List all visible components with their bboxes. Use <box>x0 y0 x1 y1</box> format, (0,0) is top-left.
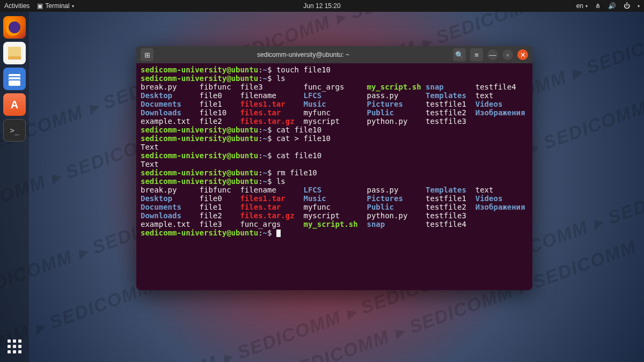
dock-files[interactable] <box>3 42 26 64</box>
new-tab-button[interactable]: ⊞ <box>141 48 153 61</box>
terminal-window: ⊞ sedicomm-university@ubuntu: ~ 🔍 ≡ — ▫ … <box>136 46 532 290</box>
chevron-down-icon: ▾ <box>638 4 640 9</box>
input-language-label: en <box>576 2 583 10</box>
search-button[interactable]: 🔍 <box>453 48 466 61</box>
volume-icon[interactable]: 🔊 <box>608 2 616 10</box>
chevron-down-icon: ▾ <box>72 4 74 9</box>
app-menu-icon: ▣ <box>37 2 43 10</box>
power-icon[interactable]: ⏻ <box>624 2 630 10</box>
menu-button[interactable]: ≡ <box>470 48 483 61</box>
input-language[interactable]: en ▾ <box>576 2 588 10</box>
dock-software[interactable] <box>3 93 26 116</box>
app-menu[interactable]: ▣ Terminal ▾ <box>37 2 74 10</box>
chevron-down-icon: ▾ <box>586 4 588 9</box>
terminal-titlebar[interactable]: ⊞ sedicomm-university@ubuntu: ~ 🔍 ≡ — ▫ … <box>136 46 532 63</box>
activities-button[interactable]: Activities <box>4 2 30 10</box>
minimize-button[interactable]: — <box>487 49 498 60</box>
dock-terminal[interactable] <box>3 119 26 142</box>
dock-libreoffice-writer[interactable] <box>3 68 26 90</box>
dock <box>0 12 29 362</box>
maximize-button[interactable]: ▫ <box>502 49 513 60</box>
close-button[interactable]: ✕ <box>517 49 528 60</box>
gnome-top-bar: Activities ▣ Terminal ▾ Jun 12 15:20 en … <box>0 0 644 12</box>
clock[interactable]: Jun 12 15:20 <box>303 2 340 10</box>
terminal-body[interactable]: sedicomm-university@ubuntu:~$ touch file… <box>136 63 532 290</box>
network-icon[interactable]: ⋔ <box>595 2 601 10</box>
window-title: sedicomm-university@ubuntu: ~ <box>158 51 449 58</box>
dock-firefox[interactable] <box>3 16 26 39</box>
app-menu-label: Terminal <box>45 2 69 10</box>
show-applications-button[interactable] <box>3 335 26 358</box>
